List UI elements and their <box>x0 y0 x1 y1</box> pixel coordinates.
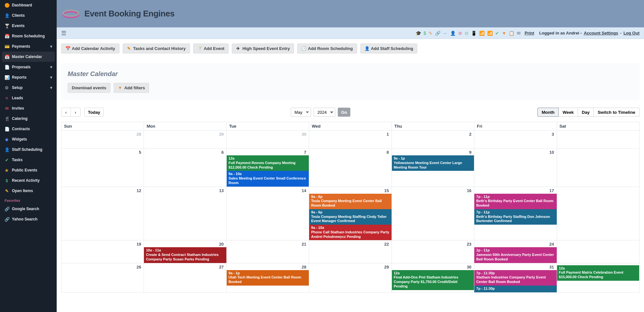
week-view-button[interactable]: Week <box>559 108 578 117</box>
calendar-day-cell[interactable]: 289a - 1pUtah Tech Meeting Event Center … <box>226 263 309 292</box>
tasks-contact-history-button[interactable]: ✎ Tasks and Contact History <box>123 44 190 54</box>
calendar-event[interactable]: 9a - 10aSales Meeting Event Center Small… <box>227 171 309 186</box>
high-speed-event-entry-button[interactable]: ✈ High Speed Event Entry <box>232 44 294 54</box>
calendar-event[interactable]: 12aFull Payment Reeves Company Meeting $… <box>227 155 309 171</box>
sidebar-item-recent-activity[interactable]: $Recent Activity <box>0 175 57 186</box>
calendar-day-cell[interactable]: 317p - 11:30pStatham Industries Company … <box>474 263 557 292</box>
add-filters-button[interactable]: ▼ Add filters <box>114 83 149 93</box>
sidebar-item-public-events[interactable]: ★Public Events <box>0 165 57 175</box>
sidebar-item-master-calendar[interactable]: 📅Master Calendar <box>2 52 55 62</box>
today-button[interactable]: Today <box>84 108 104 117</box>
calendar-day-cell[interactable]: 12 <box>62 187 144 240</box>
calendar-day-cell[interactable]: 10 <box>474 149 557 187</box>
download-events-button[interactable]: Download events <box>68 83 110 93</box>
calendar-event[interactable]: 7p - 11pBeth's Birthday Party Event Cent… <box>474 194 556 209</box>
calendar-day-cell[interactable]: 177p - 11pBeth's Birthday Party Event Ce… <box>474 187 557 240</box>
calendar-day-cell[interactable]: 12aFull Payment Matrix Celebration Event… <box>557 263 639 292</box>
add-calendar-activity-button[interactable]: 📅 Add Calendar Activity <box>61 44 119 54</box>
calendar-day-cell[interactable]: 3012aFinal Add-Ons Pmt Statham Industrie… <box>392 263 474 292</box>
month-select[interactable]: May <box>291 108 311 117</box>
sidebar-item-proposals[interactable]: 📄Proposals▾ <box>0 62 57 72</box>
edit-icon[interactable]: ✎ <box>429 31 432 36</box>
sidebar-item-leads[interactable]: ≡Leads <box>0 93 57 103</box>
calendar-day-cell[interactable]: 3 <box>474 131 557 149</box>
menu-toggle-icon[interactable]: ☰ <box>61 30 66 37</box>
calendar-day-cell[interactable]: 26 <box>62 263 144 292</box>
calendar-day-cell[interactable]: 27 <box>144 263 226 292</box>
calendar-day-cell[interactable] <box>557 149 639 187</box>
calendar-day-cell[interactable] <box>557 240 639 263</box>
calendar-day-cell[interactable]: 1 <box>309 131 392 149</box>
calendar-event[interactable]: 9a - 6pTesla Company Meeting Event Cente… <box>309 194 391 209</box>
calendar-next-button[interactable]: › <box>71 108 80 117</box>
calendar-day-cell[interactable]: 30 <box>226 131 309 149</box>
sidebar-item-open-items[interactable]: ✎Open Items <box>0 186 57 196</box>
signal-pink-icon[interactable]: 📶 <box>479 31 485 36</box>
account-settings-link[interactable]: Account Settings <box>584 31 618 35</box>
calendar-event[interactable]: 12aFull Payment Matrix Celebration Event… <box>557 265 639 281</box>
dollar-icon[interactable]: $ <box>424 31 426 36</box>
print-link[interactable]: Print <box>525 31 534 35</box>
mobile-icon[interactable]: 📱 <box>471 31 477 36</box>
favorite-item-google-search[interactable]: 🔗Google Search <box>0 204 57 214</box>
sidebar-item-clients[interactable]: 👤Clients <box>0 10 57 21</box>
calendar-day-cell[interactable]: 241p - 11pJameson 50th Anniversary Party… <box>474 240 557 263</box>
sidebar-item-catering[interactable]: 🍴Catering <box>0 113 57 124</box>
sidebar-item-events[interactable]: 🍸Events <box>0 21 57 31</box>
calendar-day-cell[interactable] <box>557 131 639 149</box>
sidebar-item-dashboard[interactable]: 🟠Dashboard <box>0 0 57 10</box>
calendar-day-cell[interactable]: 29 <box>144 131 226 149</box>
calendar-day-cell[interactable]: 29 <box>309 263 392 292</box>
link-icon[interactable]: 🔗 <box>435 31 440 36</box>
add-event-button[interactable]: 🍸 Add Event <box>193 44 229 54</box>
calendar-event[interactable]: 9a - 10aPhone Call Statham Industries Co… <box>309 225 391 240</box>
calendar-event[interactable]: 7p - 11:30p <box>474 286 556 292</box>
add-room-scheduling-button[interactable]: 🕒 Add Room Scheduling <box>297 44 357 54</box>
sidebar-item-widgets[interactable]: ◆Widgets <box>0 134 57 144</box>
mail-icon[interactable]: ✉ <box>517 31 521 36</box>
calendar-day-cell[interactable]: 21 <box>226 240 309 263</box>
calendar-event[interactable]: 9a - 1pUtah Tech Meeting Event Center Ba… <box>227 270 309 286</box>
sidebar-item-payments[interactable]: 💳Payments▾ <box>0 41 57 52</box>
calendar-day-cell[interactable]: 99a - 1pYellowstone Meeting Event Center… <box>392 149 474 187</box>
calendar-day-cell[interactable] <box>557 187 639 240</box>
go-button[interactable]: Go <box>338 108 350 117</box>
sidebar-item-room-scheduling[interactable]: 📅Room Scheduling <box>0 31 57 41</box>
sidebar-item-setup[interactable]: ⚙Setup▾ <box>0 83 57 93</box>
calendar-event[interactable]: 10a - 11aCreate & Send Contract Statham … <box>144 247 226 263</box>
person-icon[interactable]: 👤 <box>450 31 456 36</box>
calendar-day-cell[interactable]: 6 <box>144 149 226 187</box>
calendar-day-cell[interactable]: 159a - 6pTesla Company Meeting Event Cen… <box>309 187 392 240</box>
add-staff-scheduling-button[interactable]: 👤 Add Staff Scheduling <box>360 44 417 54</box>
calendar-event[interactable]: 7p - 11:30pStatham Industries Company Pa… <box>474 270 556 286</box>
calendar-day-cell[interactable]: 28 <box>62 131 144 149</box>
calendar-event[interactable]: 9a - 1pYellowstone Meeting Event Center … <box>392 155 474 171</box>
calendar-prev-button[interactable]: ‹ <box>61 108 71 117</box>
timeline-view-button[interactable]: Switch to Timeline <box>594 108 639 117</box>
logout-link[interactable]: Log Out <box>623 31 639 35</box>
calendar-day-cell[interactable]: 22 <box>309 240 392 263</box>
calendar-event[interactable]: 9a - 6pTesla Company Meeting Staffing Ci… <box>309 209 391 225</box>
calendar-event[interactable]: 1p - 11pJameson 50th Anniversary Party E… <box>474 247 556 263</box>
check-icon[interactable]: ✔ <box>495 31 499 36</box>
calendar-day-cell[interactable]: 23 <box>392 240 474 263</box>
calendar-day-cell[interactable]: 712aFull Payment Reeves Company Meeting … <box>226 149 309 187</box>
calendar-day-cell[interactable]: 19 <box>62 240 144 263</box>
calendar-event[interactable]: 7p - 11pBeth's Birthday Party Staffing D… <box>474 209 556 225</box>
target-icon[interactable]: ⊙ <box>465 31 469 36</box>
signal-orange-icon[interactable]: 📶 <box>487 31 493 36</box>
arrow-left-icon[interactable]: ← <box>443 31 448 36</box>
calendar-day-cell[interactable]: 16 <box>392 187 474 240</box>
favorite-item-yahoo-search[interactable]: 🔗Yahoo Search <box>0 214 57 224</box>
graduation-cap-icon[interactable]: 🎓 <box>416 31 421 36</box>
calendar-day-cell[interactable]: 5 <box>62 149 144 187</box>
sidebar-item-invites[interactable]: ✉Invites <box>0 103 57 113</box>
year-select[interactable]: 2024 <box>314 108 335 117</box>
calendar-day-cell[interactable]: 2010a - 11aCreate & Send Contract Statha… <box>144 240 226 263</box>
filter-icon[interactable]: ▼ <box>502 31 506 36</box>
calendar-day-cell[interactable]: 2 <box>392 131 474 149</box>
calendar-day-cell[interactable]: 13 <box>144 187 226 240</box>
sidebar-item-reports[interactable]: 📊Reports▾ <box>0 72 57 83</box>
ban-icon[interactable]: ⊘ <box>458 31 462 36</box>
sidebar-item-staff-scheduling[interactable]: 👤Staff Scheduling <box>0 144 57 155</box>
